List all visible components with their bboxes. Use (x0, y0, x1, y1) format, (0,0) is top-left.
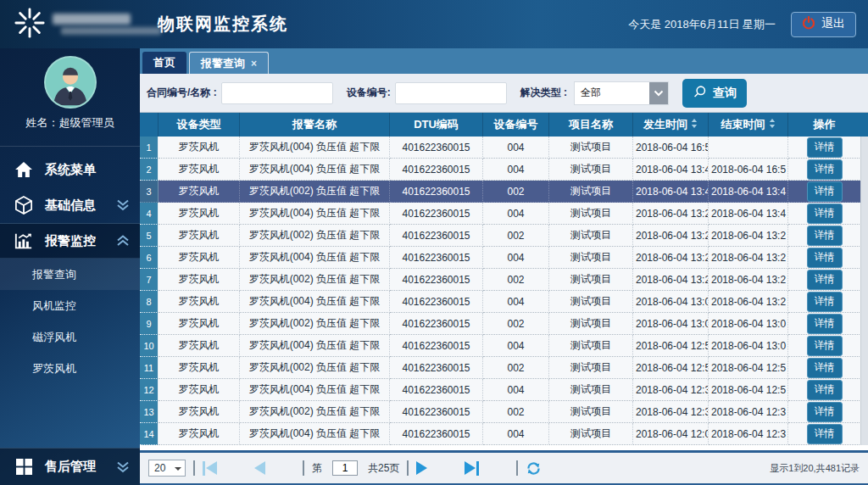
detail-button[interactable]: 详情 (807, 380, 843, 400)
query-button[interactable]: 查询 (682, 79, 747, 108)
cell-device-type: 罗茨风机 (159, 269, 240, 291)
cell-alarm-name: 罗茨风机(002) 负压值 超下限 (240, 313, 390, 335)
page-number-input[interactable] (332, 460, 358, 476)
cell-end-time: 2018-06-04 13:2 (709, 225, 788, 247)
table-row[interactable]: 14 罗茨风机 罗茨风机(004) 负压值 超下限 401622360015 0… (140, 423, 868, 445)
logo-burst-icon (14, 7, 46, 42)
contract-input[interactable] (221, 82, 333, 104)
detail-button[interactable]: 详情 (807, 292, 843, 312)
cell-dtu-code: 401622360015 (390, 401, 483, 423)
cell-project-name: 测试项目 (549, 137, 633, 159)
tab-alarm-query[interactable]: 报警查询 × (189, 52, 269, 74)
next-page-button[interactable] (416, 461, 427, 475)
detail-button[interactable]: 详情 (807, 137, 843, 158)
detail-button[interactable]: 详情 (807, 226, 843, 246)
submenu-item-fan-monitor[interactable]: 风机监控 (0, 290, 140, 321)
page-size-select[interactable]: 20 (148, 460, 186, 477)
cell-operation: 详情 (788, 225, 868, 247)
cell-dtu-code: 401622360015 (390, 159, 483, 181)
submenu-item-maglev-fan[interactable]: 磁浮风机 (0, 321, 140, 353)
top-header-bar: 物联网监控系统 今天是 2018年6月11日 星期一 退出 (0, 0, 868, 48)
table-row[interactable]: 4 罗茨风机 罗茨风机(004) 负压值 超下限 401622360015 00… (140, 203, 868, 225)
detail-button[interactable]: 详情 (807, 159, 843, 180)
table-row[interactable]: 1 罗茨风机 罗茨风机(004) 负压值 超下限 401622360015 00… (140, 137, 868, 159)
cell-project-name: 测试项目 (549, 379, 633, 401)
cell-end-time: 2018-06-04 12:5 (709, 379, 788, 401)
chevron-double-down-icon (116, 199, 130, 211)
query-label: 查询 (713, 86, 737, 101)
sort-arrows-icon[interactable] (769, 118, 776, 131)
header-end-time[interactable]: 结束时间 (709, 113, 788, 137)
cell-end-time: 2018-06-04 12:3 (709, 401, 788, 423)
header-start-time[interactable]: 发生时间 (633, 113, 709, 137)
cell-operation: 详情 (788, 335, 868, 357)
close-tab-icon[interactable]: × (251, 58, 257, 70)
table-row[interactable]: 9 罗茨风机 罗茨风机(002) 负压值 超下限 401622360015 00… (140, 313, 868, 335)
user-profile: 姓名：超级管理员 (0, 48, 140, 139)
detail-button[interactable]: 详情 (807, 358, 843, 378)
cell-alarm-name: 罗茨风机(002) 负压值 超下限 (240, 269, 390, 291)
submenu-item-roots-fan[interactable]: 罗茨风机 (0, 353, 140, 384)
table-row[interactable]: 6 罗茨风机 罗茨风机(004) 负压值 超下限 401622360015 00… (140, 247, 868, 269)
submenu-item-alarm-query[interactable]: 报警查询 (0, 259, 140, 290)
device-no-input[interactable] (395, 82, 507, 104)
prev-page-button[interactable] (254, 461, 265, 475)
table-row[interactable]: 2 罗茨风机 罗茨风机(004) 负压值 超下限 401622360015 00… (140, 159, 868, 181)
table-row[interactable]: 3 罗茨风机 罗茨风机(002) 负压值 超下限 401622360015 00… (140, 181, 868, 203)
cell-end-time: 2018-06-04 12:5 (709, 357, 788, 379)
table-row[interactable]: 5 罗茨风机 罗茨风机(002) 负压值 超下限 401622360015 00… (140, 225, 868, 247)
cell-end-time: 2018-06-04 16:5 (709, 159, 788, 181)
detail-button[interactable]: 详情 (807, 181, 843, 202)
detail-button[interactable]: 详情 (807, 203, 843, 224)
sidebar-item-label: 系统菜单 (45, 162, 96, 178)
user-avatar (44, 56, 97, 109)
table-row[interactable]: 11 罗茨风机 罗茨风机(002) 负压值 超下限 401622360015 0… (140, 357, 868, 379)
cell-dtu-code: 401622360015 (390, 357, 483, 379)
chevron-down-icon[interactable] (649, 82, 668, 104)
cell-device-no: 004 (483, 291, 549, 313)
sort-arrows-icon[interactable] (691, 118, 698, 131)
detail-button[interactable]: 详情 (807, 424, 843, 444)
detail-button[interactable]: 详情 (807, 314, 843, 334)
tab-home[interactable]: 首页 (142, 52, 186, 74)
pagination-bar: 20 第 共25页 (140, 450, 868, 485)
header-alarm-name: 报警名称 (240, 113, 390, 137)
cell-device-type: 罗茨风机 (159, 335, 240, 357)
sidebar-item-label: 售后管理 (45, 459, 96, 475)
cell-device-no: 004 (483, 203, 549, 225)
row-number: 8 (140, 291, 159, 313)
cell-device-type: 罗茨风机 (159, 137, 240, 159)
cell-operation: 详情 (788, 313, 868, 335)
refresh-icon[interactable] (526, 460, 542, 477)
detail-button[interactable]: 详情 (807, 248, 843, 268)
logout-button[interactable]: 退出 (791, 12, 856, 37)
row-number: 2 (140, 159, 159, 181)
cell-dtu-code: 401622360015 (390, 335, 483, 357)
chevron-double-down-icon (116, 461, 130, 473)
sidebar-item-after-sales[interactable]: 售后管理 (0, 448, 140, 485)
table-scrollbar[interactable] (860, 137, 868, 445)
home-icon (14, 161, 34, 178)
sidebar-item-alarm-monitor[interactable]: 报警监控 (0, 223, 140, 259)
detail-button[interactable]: 详情 (807, 270, 843, 290)
cell-device-no: 004 (483, 423, 549, 445)
first-page-button[interactable] (203, 461, 217, 476)
cell-project-name: 测试项目 (549, 181, 633, 203)
row-number: 7 (140, 269, 159, 291)
table-row[interactable]: 13 罗茨风机 罗茨风机(002) 负压值 超下限 401622360015 0… (140, 401, 868, 423)
last-page-button[interactable] (465, 461, 479, 476)
table-row[interactable]: 12 罗茨风机 罗茨风机(004) 负压值 超下限 401622360015 0… (140, 379, 868, 401)
table-row[interactable]: 10 罗茨风机 罗茨风机(004) 负压值 超下限 401622360015 0… (140, 335, 868, 357)
table-row[interactable]: 8 罗茨风机 罗茨风机(004) 负压值 超下限 401622360015 00… (140, 291, 868, 313)
sidebar-item-basic-info[interactable]: 基础信息 (0, 187, 140, 223)
user-name-label: 姓名：超级管理员 (0, 115, 140, 131)
table-row[interactable]: 7 罗茨风机 罗茨风机(002) 负压值 超下限 401622360015 00… (140, 269, 868, 291)
page-total-label: 共25页 (368, 461, 399, 476)
detail-button[interactable]: 详情 (807, 336, 843, 356)
solve-type-select[interactable]: 全部 (574, 81, 669, 105)
sidebar-item-system-menu[interactable]: 系统菜单 (0, 152, 140, 187)
cell-device-type: 罗茨风机 (159, 379, 240, 401)
detail-button[interactable]: 详情 (807, 402, 843, 422)
cell-alarm-name: 罗茨风机(002) 负压值 超下限 (240, 357, 390, 379)
app-window: 物联网监控系统 今天是 2018年6月11日 星期一 退出 (0, 0, 868, 485)
